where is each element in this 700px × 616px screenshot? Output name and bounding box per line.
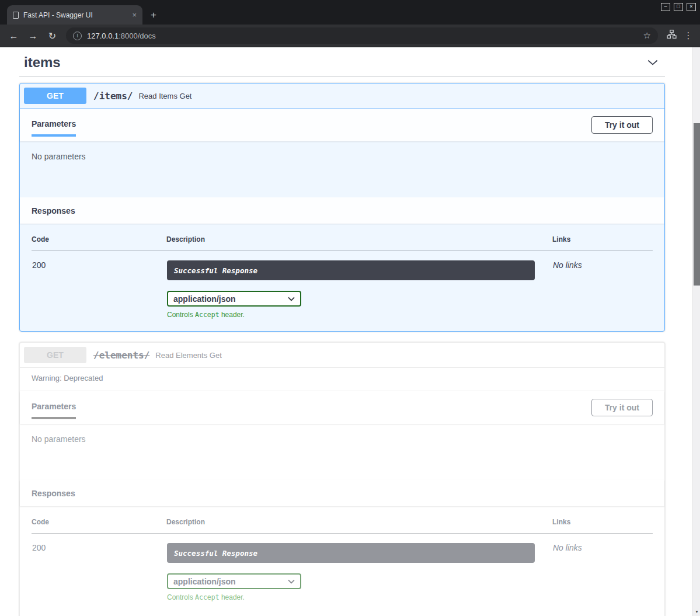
- no-parameters-text: No parameters: [32, 434, 653, 444]
- accept-header-note: Controls Accept header.: [167, 593, 552, 601]
- site-info-icon[interactable]: i: [73, 32, 82, 40]
- kebab-menu-icon: ⋮: [684, 30, 693, 40]
- no-parameters-text: No parameters: [32, 152, 653, 161]
- col-header-code: Code: [32, 518, 166, 534]
- opblock-get-items: GET /items/ Read Items Get Parameters Tr…: [19, 83, 665, 332]
- scroll-down-arrow-icon: ▾: [695, 609, 698, 614]
- tab-parameters[interactable]: Parameters: [32, 113, 76, 137]
- response-code: 200: [32, 534, 166, 603]
- parameters-header: Parameters Try it out: [20, 391, 664, 424]
- responses-title: Responses: [32, 489, 75, 498]
- forward-icon: →: [29, 31, 38, 41]
- endpoint-path: /items/: [93, 91, 133, 102]
- responses-table: Code Description Links 200 Successful Re…: [32, 235, 653, 319]
- response-links: No links: [552, 251, 653, 320]
- window-titlebar: – □ × Fast API - Swagger UI × +: [0, 0, 700, 25]
- reload-icon: ↻: [48, 31, 56, 41]
- media-type-value: application/json: [173, 577, 236, 586]
- response-links: No links: [552, 534, 653, 603]
- close-icon: ×: [689, 4, 692, 9]
- http-method-badge: GET: [24, 347, 86, 363]
- responses-body: Code Description Links 200 Successful Re…: [20, 224, 664, 331]
- http-method-badge: GET: [24, 88, 86, 104]
- window-minimize-button[interactable]: –: [661, 3, 670, 11]
- address-bar[interactable]: i 127.0.0.1:8000/docs ☆: [66, 27, 658, 44]
- responses-title: Responses: [32, 206, 75, 215]
- col-header-links: Links: [552, 518, 653, 534]
- flowchart-icon: [667, 29, 677, 39]
- try-it-out-button[interactable]: Try it out: [591, 399, 653, 416]
- tag-section-header[interactable]: items: [19, 52, 665, 77]
- endpoint-summary: Read Elements Get: [155, 351, 221, 360]
- parameters-header: Parameters Try it out: [20, 109, 664, 141]
- back-icon: ←: [9, 31, 19, 41]
- response-description-box: Successful Response: [167, 260, 535, 280]
- col-header-code: Code: [32, 235, 166, 251]
- tab-strip: Fast API - Swagger UI × +: [7, 5, 156, 25]
- opblock-get-elements-deprecated: GET /elements/ Read Elements Get Warning…: [19, 342, 665, 616]
- opblock-summary[interactable]: GET /items/ Read Items Get: [20, 83, 664, 109]
- tag-title: items: [24, 54, 61, 71]
- window-close-button[interactable]: ×: [687, 3, 696, 11]
- new-tab-button[interactable]: +: [151, 10, 156, 20]
- tab-close-icon[interactable]: ×: [132, 11, 137, 19]
- chevron-down-icon[interactable]: [646, 56, 659, 69]
- window-controls: – □ ×: [661, 3, 696, 11]
- opblock-summary[interactable]: GET /elements/ Read Elements Get: [20, 343, 664, 368]
- scrollbar-thumb[interactable]: [694, 123, 700, 286]
- response-description-text: Successful Response: [174, 266, 257, 275]
- browser-toolbar: ← → ↻ i 127.0.0.1:8000/docs ☆ ⋮: [0, 25, 700, 47]
- url-host: 127.0.0.1: [87, 32, 119, 40]
- table-row: 200 Successful Response application/json…: [32, 534, 653, 603]
- media-type-value: application/json: [173, 294, 236, 304]
- table-row: 200 Successful Response application/json…: [32, 251, 653, 320]
- reload-button[interactable]: ↻: [43, 27, 61, 45]
- col-header-links: Links: [552, 235, 653, 251]
- response-code: 200: [32, 251, 166, 320]
- swagger-ui: items GET /items/ Read Items Get Paramet…: [0, 47, 700, 616]
- window-maximize-button[interactable]: □: [674, 3, 683, 11]
- page-content: items GET /items/ Read Items Get Paramet…: [0, 47, 700, 616]
- page-doc-icon: [13, 12, 19, 19]
- endpoint-path: /elements/: [93, 350, 149, 361]
- browser-menu-button[interactable]: ⋮: [681, 30, 695, 41]
- tab-groups-button[interactable]: [663, 27, 680, 45]
- tab-parameters[interactable]: Parameters: [32, 396, 76, 419]
- browser-tab[interactable]: Fast API - Swagger UI ×: [7, 5, 142, 25]
- deprecated-warning: Warning: Deprecated: [20, 368, 664, 391]
- responses-header: Responses: [20, 480, 664, 506]
- try-it-out-button[interactable]: Try it out: [591, 116, 653, 134]
- select-chevron-icon: [288, 579, 295, 584]
- url-text: 127.0.0.1:8000/docs: [87, 32, 156, 40]
- bookmark-star-icon[interactable]: ☆: [643, 30, 651, 41]
- response-description-text: Successful Response: [174, 549, 257, 558]
- endpoint-summary: Read Items Get: [138, 92, 191, 100]
- parameters-body: No parameters: [20, 141, 664, 197]
- media-type-select[interactable]: application/json: [167, 573, 301, 589]
- media-type-select[interactable]: application/json: [167, 291, 301, 307]
- response-description-box: Successful Response: [167, 543, 535, 563]
- forward-button[interactable]: →: [24, 27, 42, 45]
- maximize-icon: □: [677, 4, 680, 9]
- select-chevron-icon: [288, 297, 295, 301]
- responses-table: Code Description Links 200 Successful Re…: [32, 518, 653, 602]
- col-header-description: Description: [166, 235, 552, 251]
- back-button[interactable]: ←: [5, 27, 23, 45]
- col-header-description: Description: [166, 518, 552, 534]
- tab-title: Fast API - Swagger UI: [23, 11, 127, 19]
- url-path: :8000/docs: [119, 32, 156, 40]
- responses-body: Code Description Links 200 Successful Re…: [20, 506, 664, 616]
- scrollbar-down-button[interactable]: ▾: [693, 608, 700, 616]
- responses-header: Responses: [20, 197, 664, 224]
- parameters-body: No parameters: [20, 424, 664, 480]
- scrollbar[interactable]: ▾: [692, 47, 700, 616]
- minimize-icon: –: [664, 4, 667, 9]
- accept-header-note: Controls Accept header.: [167, 311, 552, 319]
